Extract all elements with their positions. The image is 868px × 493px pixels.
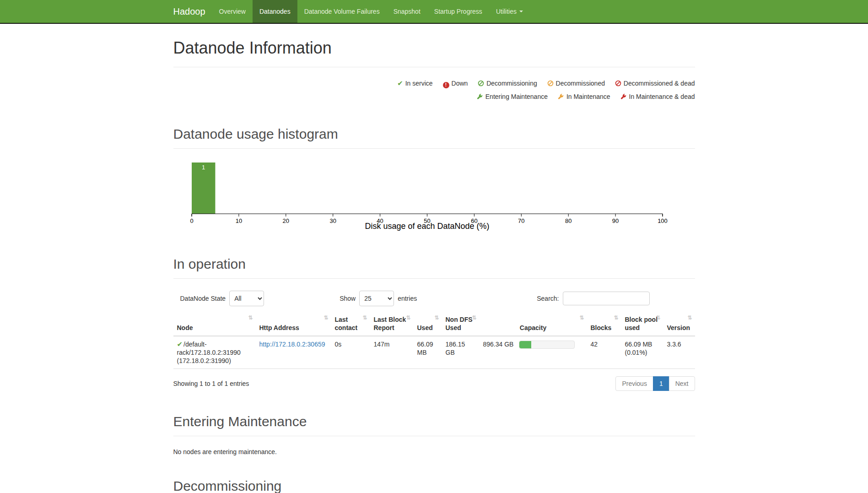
table-header-row: Node⇅ Http Address⇅ Last contact⇅ Last B… bbox=[173, 312, 695, 336]
sort-icon[interactable]: ⇅ bbox=[406, 314, 410, 322]
wrench-icon bbox=[620, 93, 627, 100]
entries-select[interactable]: 25 bbox=[359, 291, 394, 306]
sort-icon[interactable]: ⇅ bbox=[323, 314, 328, 322]
search-input[interactable] bbox=[563, 292, 650, 305]
check-icon: ✔ bbox=[397, 76, 403, 90]
decommissioning-section-title: Decommissioning bbox=[173, 478, 695, 493]
col-header-non-dfs-used[interactable]: Non DFS Used⇅ bbox=[442, 312, 480, 336]
legend-decommissioned-dead: Decommissioned & dead bbox=[615, 77, 695, 90]
status-legend: ✔In service !Down Decommissioning Decomm… bbox=[173, 76, 695, 103]
nav-startup-progress[interactable]: Startup Progress bbox=[427, 0, 489, 23]
legend-in-maintenance: In Maintenance bbox=[558, 90, 610, 103]
legend-entering-maintenance: Entering Maintenance bbox=[477, 90, 548, 103]
svg-text:70: 70 bbox=[518, 217, 524, 224]
col-header-last-contact[interactable]: Last contact⇅ bbox=[331, 312, 370, 336]
datanode-state-select[interactable]: All bbox=[229, 291, 264, 306]
sort-icon[interactable]: ⇅ bbox=[362, 314, 367, 322]
exclamation-circle-icon: ! bbox=[443, 82, 449, 88]
table-controls: DataNode State All Show 25 entries Searc… bbox=[173, 291, 695, 306]
svg-text:0: 0 bbox=[190, 217, 193, 224]
nav-utilities[interactable]: Utilities bbox=[489, 0, 530, 23]
capacity-progress-fill bbox=[519, 341, 531, 348]
nav-overview[interactable]: Overview bbox=[212, 0, 253, 23]
top-navbar: Hadoop Overview Datanodes Datanode Volum… bbox=[0, 0, 868, 24]
sort-icon[interactable]: ⇅ bbox=[614, 314, 618, 322]
check-icon: ✔ bbox=[177, 340, 183, 348]
legend-label: In Maintenance bbox=[566, 93, 610, 100]
col-header-http-address[interactable]: Http Address⇅ bbox=[256, 312, 331, 336]
table-row: ✔/default-rack/172.18.0.2:31990 (172.18.… bbox=[173, 336, 695, 369]
col-header-capacity[interactable]: Capacity⇅ bbox=[480, 312, 587, 336]
sort-icon[interactable]: ⇅ bbox=[656, 314, 660, 322]
show-label: Show bbox=[340, 295, 356, 302]
search-label: Search: bbox=[537, 295, 559, 302]
datanodes-table: Node⇅ Http Address⇅ Last contact⇅ Last B… bbox=[173, 312, 695, 369]
table-footer: Showing 1 to 1 of 1 entries Previous 1 N… bbox=[173, 376, 695, 391]
block-pool-used-cell: 66.09 MB (0.01%) bbox=[621, 336, 663, 369]
svg-text:90: 90 bbox=[612, 217, 618, 224]
last-block-report-cell: 147m bbox=[370, 336, 414, 369]
legend-label: Decommissioning bbox=[486, 80, 537, 87]
ban-icon bbox=[615, 80, 621, 87]
next-page-button[interactable]: Next bbox=[669, 376, 695, 391]
svg-text:1: 1 bbox=[202, 164, 205, 171]
in-operation-divider bbox=[173, 278, 695, 279]
sort-icon[interactable]: ⇅ bbox=[472, 314, 476, 322]
legend-decommissioning: Decommissioning bbox=[478, 77, 537, 90]
entering-maintenance-divider bbox=[173, 436, 695, 436]
main-content: Datanode Information ✔In service !Down D… bbox=[167, 38, 702, 493]
svg-text:20: 20 bbox=[282, 217, 289, 224]
legend-label: Entering Maintenance bbox=[485, 93, 548, 100]
title-divider bbox=[173, 67, 695, 67]
node-cell: ✔/default-rack/172.18.0.2:31990 (172.18.… bbox=[173, 336, 256, 369]
entering-maintenance-section-title: Entering Maintenance bbox=[173, 414, 695, 429]
datanode-state-filter: DataNode State All bbox=[180, 291, 264, 306]
svg-text:30: 30 bbox=[329, 217, 336, 224]
legend-in-service: ✔In service bbox=[397, 76, 433, 90]
brand-hadoop[interactable]: Hadoop bbox=[173, 0, 212, 23]
col-header-used[interactable]: Used⇅ bbox=[414, 312, 442, 336]
entering-maintenance-empty-text: No nodes are entering maintenance. bbox=[173, 448, 695, 455]
sort-icon[interactable]: ⇅ bbox=[579, 314, 584, 322]
nav-utilities-label: Utilities bbox=[496, 8, 517, 15]
col-header-version[interactable]: Version⇅ bbox=[663, 312, 695, 336]
datanode-state-label: DataNode State bbox=[180, 295, 226, 302]
col-header-blocks[interactable]: Blocks⇅ bbox=[587, 312, 621, 336]
chevron-down-icon bbox=[519, 11, 523, 12]
histogram-section-title: Datanode usage histogram bbox=[173, 126, 695, 142]
svg-text:Disk usage of each DataNode (%: Disk usage of each DataNode (%) bbox=[365, 222, 489, 231]
last-contact-cell: 0s bbox=[331, 336, 370, 369]
ban-icon bbox=[547, 80, 554, 87]
wrench-icon bbox=[558, 93, 564, 100]
legend-label: In service bbox=[405, 80, 433, 87]
svg-text:100: 100 bbox=[658, 217, 668, 224]
http-address-cell: http://172.18.0.2:30659 bbox=[256, 336, 331, 369]
legend-label: Decommissioned & dead bbox=[624, 80, 695, 87]
col-header-last-block-report[interactable]: Last Block Report⇅ bbox=[370, 312, 414, 336]
svg-text:10: 10 bbox=[235, 217, 242, 224]
sort-icon[interactable]: ⇅ bbox=[248, 314, 253, 322]
legend-label: Down bbox=[452, 80, 468, 87]
histogram-divider bbox=[173, 148, 695, 149]
showing-entries-text: Showing 1 to 1 of 1 entries bbox=[173, 380, 249, 387]
page-1-button[interactable]: 1 bbox=[653, 376, 669, 391]
version-cell: 3.3.6 bbox=[663, 336, 695, 369]
pagination: Previous 1 Next bbox=[615, 376, 695, 391]
capacity-cell: 896.34 GB bbox=[480, 336, 587, 369]
legend-decommissioned: Decommissioned bbox=[547, 77, 605, 90]
http-address-link[interactable]: http://172.18.0.2:30659 bbox=[259, 341, 325, 348]
col-header-node[interactable]: Node⇅ bbox=[173, 312, 256, 336]
col-header-block-pool-used[interactable]: Block pool used⇅ bbox=[621, 312, 663, 336]
nav-datanodes[interactable]: Datanodes bbox=[253, 0, 297, 23]
nav-snapshot[interactable]: Snapshot bbox=[387, 0, 427, 23]
sort-icon[interactable]: ⇅ bbox=[687, 314, 692, 322]
legend-in-maintenance-dead: In Maintenance & dead bbox=[620, 90, 695, 103]
wrench-icon bbox=[477, 93, 483, 100]
search-control: Search: bbox=[537, 292, 649, 305]
nav-datanode-volume-failures[interactable]: Datanode Volume Failures bbox=[297, 0, 387, 23]
legend-label: Decommissioned bbox=[556, 80, 605, 87]
sort-icon[interactable]: ⇅ bbox=[434, 314, 439, 322]
ban-icon bbox=[478, 80, 484, 87]
entries-label: entries bbox=[398, 295, 417, 302]
previous-page-button[interactable]: Previous bbox=[615, 376, 653, 391]
